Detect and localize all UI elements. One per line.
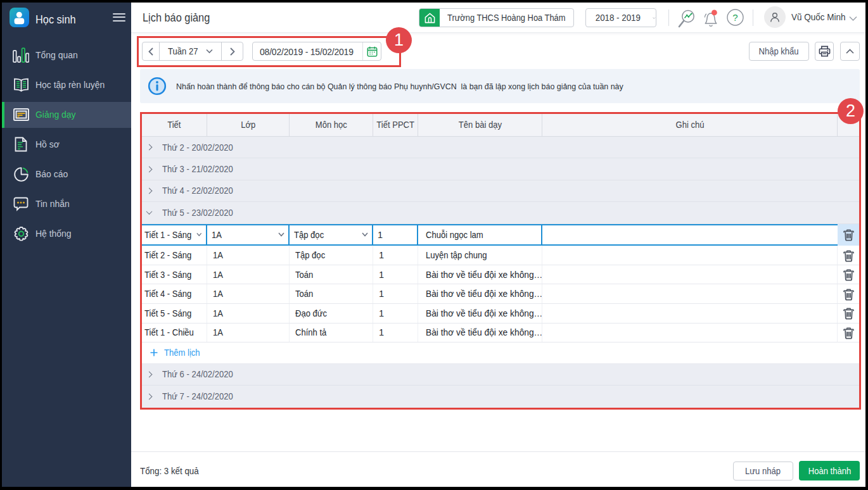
svg-text:?: ? <box>732 12 737 23</box>
